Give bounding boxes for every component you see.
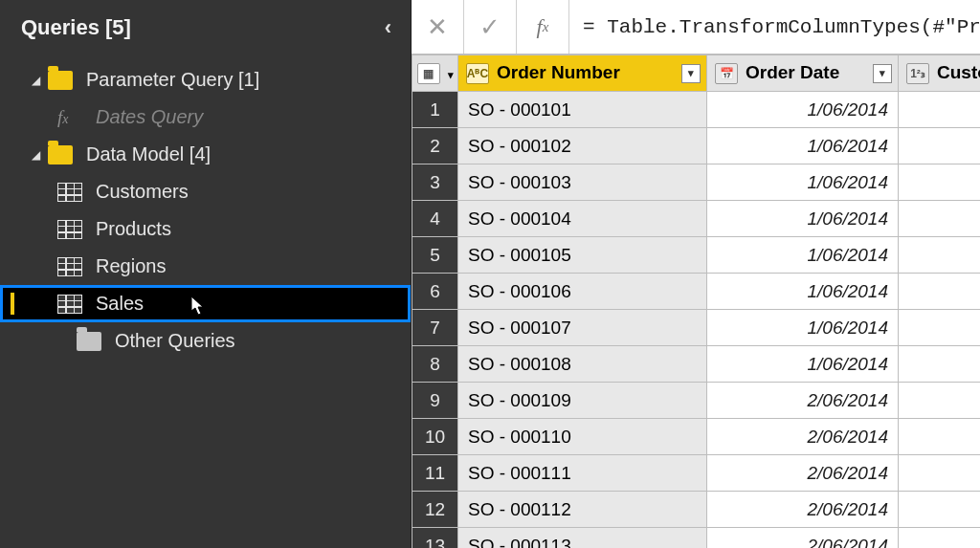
- accept-formula-icon[interactable]: ✓: [464, 0, 517, 54]
- row-number[interactable]: 4: [412, 201, 458, 237]
- column-type-icon[interactable]: 1²₃: [906, 63, 929, 84]
- cell-order-date[interactable]: 1/06/2014: [707, 201, 899, 237]
- query-node-customers[interactable]: Customers: [0, 173, 411, 210]
- cell-order-number[interactable]: SO - 000105: [458, 237, 707, 274]
- column-type-icon[interactable]: AᴮC: [466, 63, 489, 84]
- cell-customer[interactable]: [899, 492, 981, 528]
- column-header-custome[interactable]: 1²₃Custome▾: [899, 55, 981, 92]
- cell-order-date[interactable]: 2/06/2014: [707, 528, 899, 549]
- cell-order-date[interactable]: 1/06/2014: [707, 310, 899, 346]
- query-node-regions[interactable]: Regions: [0, 248, 411, 285]
- table-row[interactable]: 3SO - 0001031/06/2014: [412, 164, 981, 201]
- cell-order-number[interactable]: SO - 000103: [458, 164, 707, 201]
- cell-customer[interactable]: [899, 237, 981, 274]
- column-header-label: Order Number: [497, 62, 620, 82]
- cell-customer[interactable]: [899, 528, 981, 549]
- cell-order-date[interactable]: 1/06/2014: [707, 92, 899, 128]
- column-header-order-date[interactable]: 📅Order Date▾: [707, 55, 899, 92]
- table-corner-selector[interactable]: ▦▾: [412, 55, 458, 92]
- row-number[interactable]: 12: [412, 492, 458, 528]
- queries-tree: ◢Parameter Query [1]fxDates Query◢Data M…: [0, 57, 411, 360]
- table-row[interactable]: 10SO - 0001102/06/2014: [412, 419, 981, 455]
- cell-customer[interactable]: [899, 274, 981, 310]
- formula-input[interactable]: = Table.TransformColumnTypes(#"Pro: [569, 16, 980, 38]
- row-number[interactable]: 5: [412, 237, 458, 274]
- cell-order-date[interactable]: 1/06/2014: [707, 164, 899, 201]
- query-node-sales[interactable]: Sales: [0, 285, 411, 322]
- cell-order-date[interactable]: 2/06/2014: [707, 492, 899, 528]
- cell-order-number[interactable]: SO - 000102: [458, 128, 707, 164]
- cancel-formula-icon[interactable]: ✕: [412, 0, 464, 54]
- cell-customer[interactable]: [899, 455, 981, 492]
- row-number[interactable]: 7: [412, 310, 458, 346]
- query-node-parameter-query-1[interactable]: ◢Parameter Query [1]: [0, 61, 411, 99]
- fx-icon[interactable]: fx: [517, 0, 569, 54]
- table-row[interactable]: 4SO - 0001041/06/2014: [412, 201, 981, 237]
- cell-order-number[interactable]: SO - 000101: [458, 92, 707, 128]
- column-header-order-number[interactable]: AᴮCOrder Number▾: [458, 55, 707, 92]
- table-row[interactable]: 8SO - 0001081/06/2014: [412, 346, 981, 383]
- table-row[interactable]: 13SO - 0001132/06/2014: [412, 528, 981, 549]
- table-row[interactable]: 2SO - 0001021/06/2014: [412, 128, 981, 164]
- cell-customer[interactable]: [899, 164, 981, 201]
- expand-arrow-icon[interactable]: ◢: [29, 74, 42, 87]
- cell-customer[interactable]: [899, 310, 981, 346]
- column-filter-dropdown-icon[interactable]: ▾: [873, 64, 892, 83]
- table-row[interactable]: 12SO - 0001122/06/2014: [412, 492, 981, 528]
- query-node-label: Dates Query: [96, 106, 203, 128]
- cell-order-number[interactable]: SO - 000112: [458, 492, 707, 528]
- query-node-products[interactable]: Products: [0, 210, 411, 248]
- cell-order-number[interactable]: SO - 000109: [458, 383, 707, 419]
- cell-order-number[interactable]: SO - 000110: [458, 419, 707, 455]
- expand-arrow-icon[interactable]: ◢: [29, 148, 42, 162]
- column-header-label: Custome: [937, 62, 980, 82]
- row-number[interactable]: 6: [412, 274, 458, 310]
- cell-order-date[interactable]: 1/06/2014: [707, 346, 899, 383]
- query-node-data-model-4[interactable]: ◢Data Model [4]: [0, 136, 411, 173]
- data-grid: ▦▾ AᴮCOrder Number▾📅Order Date▾1²₃Custom…: [412, 55, 980, 548]
- mouse-cursor-icon: [191, 296, 207, 316]
- query-node-label: Customers: [96, 181, 189, 203]
- cell-customer[interactable]: [899, 383, 981, 419]
- row-number[interactable]: 3: [412, 164, 458, 201]
- cell-order-date[interactable]: 2/06/2014: [707, 455, 899, 492]
- cell-order-date[interactable]: 1/06/2014: [707, 274, 899, 310]
- cell-order-date[interactable]: 2/06/2014: [707, 383, 899, 419]
- row-number[interactable]: 1: [412, 92, 458, 128]
- cell-customer[interactable]: [899, 128, 981, 164]
- cell-order-date[interactable]: 1/06/2014: [707, 237, 899, 274]
- collapse-panel-icon[interactable]: ‹: [385, 15, 391, 40]
- query-node-label: Regions: [96, 255, 166, 277]
- table-row[interactable]: 6SO - 0001061/06/2014: [412, 274, 981, 310]
- table-row[interactable]: 7SO - 0001071/06/2014: [412, 310, 981, 346]
- row-number[interactable]: 2: [412, 128, 458, 164]
- cell-customer[interactable]: [899, 419, 981, 455]
- cell-order-date[interactable]: 1/06/2014: [707, 128, 899, 164]
- cell-customer[interactable]: [899, 92, 981, 128]
- table-row[interactable]: 9SO - 0001092/06/2014: [412, 383, 981, 419]
- query-node-dates-query[interactable]: fxDates Query: [0, 99, 411, 136]
- cell-customer[interactable]: [899, 201, 981, 237]
- cell-order-number[interactable]: SO - 000111: [458, 455, 707, 492]
- column-type-icon[interactable]: 📅: [715, 63, 738, 84]
- cell-order-date[interactable]: 2/06/2014: [707, 419, 899, 455]
- table-row[interactable]: 11SO - 0001112/06/2014: [412, 455, 981, 492]
- table-row[interactable]: 5SO - 0001051/06/2014: [412, 237, 981, 274]
- row-number[interactable]: 11: [412, 455, 458, 492]
- column-filter-dropdown-icon[interactable]: ▾: [681, 64, 701, 83]
- query-node-other-queries[interactable]: Other Queries: [0, 322, 411, 360]
- cell-order-number[interactable]: SO - 000113: [458, 528, 707, 549]
- row-number[interactable]: 10: [412, 419, 458, 455]
- query-node-label: Data Model [4]: [86, 143, 211, 165]
- cell-order-number[interactable]: SO - 000107: [458, 310, 707, 346]
- table-row[interactable]: 1SO - 0001011/06/2014: [412, 92, 981, 128]
- row-number[interactable]: 8: [412, 346, 458, 383]
- expand-arrow-icon[interactable]: [57, 335, 71, 348]
- row-number[interactable]: 13: [412, 528, 458, 549]
- cell-order-number[interactable]: SO - 000106: [458, 274, 707, 310]
- cell-order-number[interactable]: SO - 000108: [458, 346, 707, 383]
- cell-customer[interactable]: [899, 346, 981, 383]
- query-node-label: Products: [96, 218, 171, 240]
- cell-order-number[interactable]: SO - 000104: [458, 201, 707, 237]
- row-number[interactable]: 9: [412, 383, 458, 419]
